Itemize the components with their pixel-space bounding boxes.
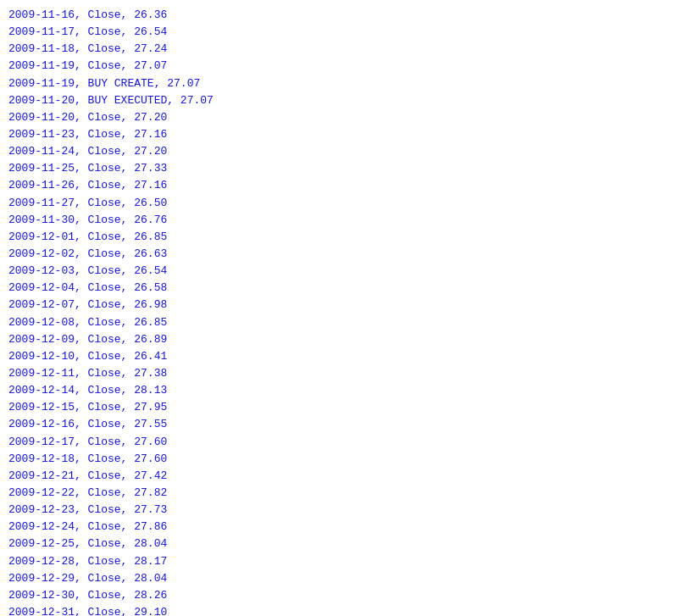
log-line: 2009-12-07, Close, 26.98 xyxy=(8,297,675,314)
log-line: 2009-12-10, Close, 26.41 xyxy=(8,348,675,365)
log-output: 2009-11-16, Close, 26.362009-11-17, Clos… xyxy=(8,7,675,616)
log-line: 2009-12-14, Close, 28.13 xyxy=(8,382,675,399)
log-line: 2009-11-30, Close, 26.76 xyxy=(8,212,675,229)
log-line: 2009-12-28, Close, 28.17 xyxy=(8,553,675,570)
log-line: 2009-11-27, Close, 26.50 xyxy=(8,195,675,212)
log-line: 2009-12-04, Close, 26.58 xyxy=(8,280,675,297)
log-line: 2009-12-25, Close, 28.04 xyxy=(8,536,675,552)
log-line: 2009-12-09, Close, 26.89 xyxy=(8,331,675,348)
log-line: 2009-11-17, Close, 26.54 xyxy=(8,24,675,41)
log-line: 2009-11-16, Close, 26.36 xyxy=(8,7,675,24)
log-line: 2009-12-24, Close, 27.86 xyxy=(8,519,675,536)
log-line: 2009-12-29, Close, 28.04 xyxy=(8,570,675,587)
log-line: 2009-11-19, BUY CREATE, 27.07 xyxy=(8,75,675,92)
log-line: 2009-12-31, Close, 29.10 xyxy=(8,604,675,616)
log-line: 2009-12-17, Close, 27.60 xyxy=(8,434,675,451)
log-line: 2009-12-23, Close, 27.73 xyxy=(8,502,675,519)
log-line: 2009-11-23, Close, 27.16 xyxy=(8,126,675,143)
log-line: 2009-11-19, Close, 27.07 xyxy=(8,58,675,75)
log-line: 2009-12-21, Close, 27.42 xyxy=(8,468,675,485)
log-line: 2009-12-22, Close, 27.82 xyxy=(8,485,675,502)
log-line: 2009-12-08, Close, 26.85 xyxy=(8,314,675,331)
log-line: 2009-12-11, Close, 27.38 xyxy=(8,365,675,382)
log-line: 2009-12-02, Close, 26.63 xyxy=(8,246,675,263)
log-line: 2009-12-15, Close, 27.95 xyxy=(8,399,675,416)
log-line: 2009-12-01, Close, 26.85 xyxy=(8,229,675,246)
log-line: 2009-11-26, Close, 27.16 xyxy=(8,177,675,194)
log-line: 2009-12-16, Close, 27.55 xyxy=(8,416,675,433)
log-line: 2009-12-18, Close, 27.60 xyxy=(8,451,675,468)
log-line: 2009-12-30, Close, 28.26 xyxy=(8,587,675,604)
log-line: 2009-11-25, Close, 27.33 xyxy=(8,160,675,177)
log-line: 2009-11-20, Close, 27.20 xyxy=(8,109,675,126)
log-line: 2009-11-20, BUY EXECUTED, 27.07 xyxy=(8,92,675,109)
log-line: 2009-11-24, Close, 27.20 xyxy=(8,143,675,160)
log-line: 2009-11-18, Close, 27.24 xyxy=(8,41,675,58)
log-line: 2009-12-03, Close, 26.54 xyxy=(8,263,675,280)
